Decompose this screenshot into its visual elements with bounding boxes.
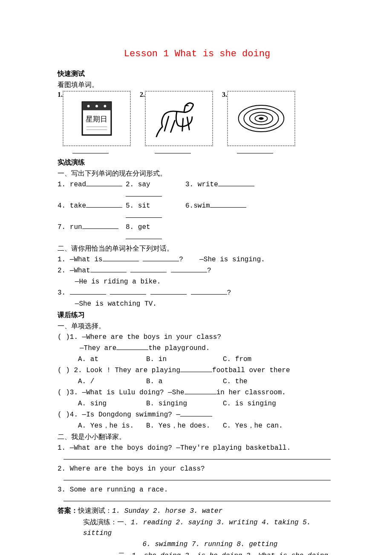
svg-text:星期日: 星期日 [86, 115, 108, 123]
blank[interactable] [110, 294, 146, 295]
mc-q3-opts: A. sing B. singing C. is singing [58, 399, 337, 409]
answer-line[interactable] [63, 458, 331, 460]
answers-line3: 6. swimming 7. running 8. getting [58, 539, 337, 549]
opt-a: A. at [78, 354, 146, 364]
ex2-q3-ans: —She is watching TV. [58, 299, 337, 309]
ex1-8: 8. get [126, 223, 150, 231]
blank[interactable] [86, 207, 122, 208]
ex1-row2: 4. take 5. sit 6.swim [58, 201, 337, 221]
mc-q1-opts: A. at B. in C. from [58, 354, 337, 364]
opt-a: A. / [78, 376, 146, 387]
answers-line1: 答案：快速测试：1. Sunday 2. horse 3. water [58, 506, 337, 516]
ex1-1: 1. read [58, 181, 86, 188]
text: 2. —What [58, 267, 90, 275]
blank[interactable] [143, 261, 179, 261]
answer-blank-2[interactable] [155, 153, 191, 153]
text: ? [179, 256, 183, 263]
svg-point-12 [259, 117, 264, 120]
blank[interactable] [86, 186, 122, 186]
blank[interactable] [130, 272, 167, 272]
quick-answers: 1. Sunday 2. horse 3. water [112, 507, 222, 515]
prac1-label: 一、 [117, 518, 131, 526]
svg-point-2 [87, 105, 90, 107]
prac2-label: 二、 [118, 552, 132, 555]
answer-line[interactable] [63, 479, 331, 480]
opt-a: A. sing [78, 399, 146, 409]
answers-line4: 二、1. she doing 2. is he doing 3. What is… [58, 550, 337, 555]
blank[interactable] [218, 186, 254, 186]
trans-q2: 2. Where are the boys in your class? [58, 464, 337, 474]
blank[interactable] [180, 372, 212, 372]
opt-b: B. Yes，he does. [146, 421, 223, 431]
text: ? [227, 289, 231, 297]
quick-test-heading: 快速测试 [58, 69, 337, 79]
text: —He is riding a bike. [75, 278, 161, 286]
blank[interactable] [82, 228, 118, 229]
blank[interactable] [191, 294, 227, 295]
prac1b-answers: 6. swimming 7. running 8. getting [143, 541, 278, 548]
text: —They are [80, 344, 116, 352]
ex1-3: 3. write [185, 181, 218, 188]
calendar-icon: 星期日 [63, 91, 131, 146]
image-number-2: 2. [140, 90, 145, 100]
image-number-3: 3. [222, 90, 227, 100]
ex1-5: 5. sit [126, 202, 150, 210]
blank[interactable] [70, 294, 106, 295]
ex2-q2-ans: —He is riding a bike. [58, 277, 337, 287]
blank[interactable] [126, 217, 162, 218]
ex1-2: 2. say [126, 181, 150, 188]
horse-icon [145, 91, 213, 146]
ex1-instruction: 一、写出下列单词的现在分词形式。 [58, 168, 337, 179]
text: in her classroom. [216, 389, 286, 396]
quick-test-instruction: 看图填单词。 [58, 80, 337, 90]
svg-point-3 [95, 105, 98, 107]
text: 1. —What is [58, 256, 103, 263]
quick-label: 快速测试： [78, 507, 112, 514]
ex2-q1: 1. —What is ? —She is singing. [58, 254, 337, 265]
lesson-title: Lesson 1 What is she doing [58, 47, 337, 61]
opt-b: B. a [146, 376, 223, 387]
opt-c: C. from [223, 354, 251, 364]
text: ( ) 2. Look ! They are playing [58, 367, 180, 374]
ex1-6: 6.swim [185, 202, 210, 210]
ex2-q3: 3. ? [58, 288, 337, 298]
opt-c: C. is singing [223, 399, 276, 409]
text: the playground. [148, 344, 210, 352]
blank[interactable] [180, 416, 212, 416]
text: football over there [212, 367, 290, 374]
mc-q1: ( )1. —Where are the boys in your class? [58, 332, 337, 342]
opt-c: C. the [223, 376, 248, 387]
trans-q3: 3. Some are running a race. [58, 485, 337, 495]
blank[interactable] [126, 239, 162, 239]
blank[interactable] [90, 272, 127, 272]
image-row: 1. 星期日 2. 3. [58, 91, 337, 156]
opt-b: B. singing [146, 399, 223, 409]
answers-label: 答案： [58, 507, 78, 514]
opt-c: C. Yes，he can. [223, 421, 283, 431]
blank[interactable] [150, 294, 187, 295]
answer-blank-1[interactable] [72, 153, 109, 153]
answer-blank-3[interactable] [237, 153, 273, 153]
ex1-4: 4. take [58, 202, 86, 210]
water-ripple-icon [227, 91, 295, 146]
ex2-instruction: 二、请你用恰当的单词补全下列对话。 [58, 243, 337, 254]
prac2-answers: 1. she doing 2. is he doing 3. What is s… [132, 552, 328, 555]
prac-label: 实战演练： [83, 518, 117, 526]
mc-q4-opts: A. Yes，he is. B. Yes，he does. C. Yes，he … [58, 421, 337, 431]
text: 3. [58, 289, 70, 297]
blank[interactable] [103, 261, 139, 261]
blank[interactable] [171, 272, 207, 272]
practice-heading: 实战演练 [58, 157, 337, 168]
blank[interactable] [210, 207, 246, 208]
trans-q1: 1. —What are the boys doing? —They're pl… [58, 443, 337, 453]
blank[interactable] [116, 350, 148, 350]
blank[interactable] [184, 394, 216, 394]
mc-q4: ( )4. —Is Dongdong swimming? — [58, 410, 337, 420]
mc-heading: 一、单项选择。 [58, 321, 337, 331]
text: ( )4. —Is Dongdong swimming? — [58, 411, 180, 419]
homework-heading: 课后练习 [58, 310, 337, 320]
opt-a: A. Yes，he is. [78, 421, 146, 431]
mc-q2: ( ) 2. Look ! They are playingfootball o… [58, 365, 337, 376]
answer-line[interactable] [63, 500, 331, 501]
blank[interactable] [126, 196, 162, 197]
